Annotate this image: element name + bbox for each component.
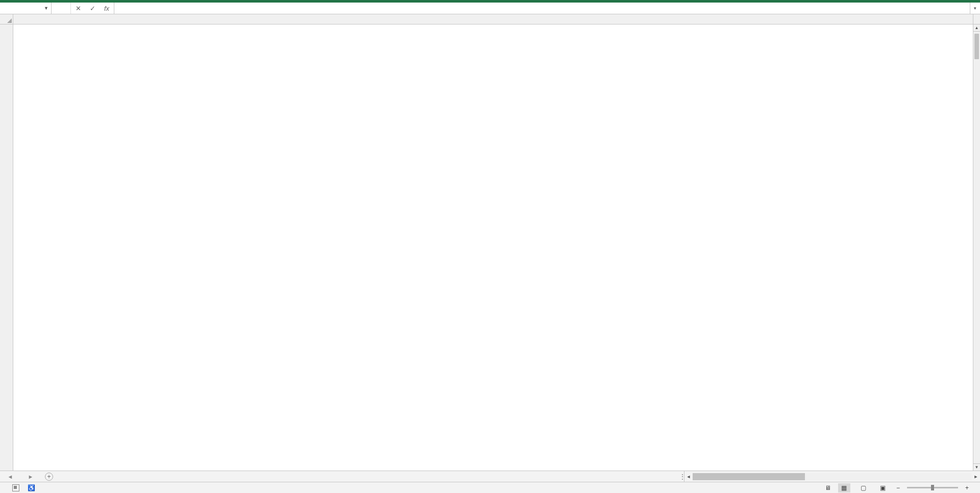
grid-body: ▲ ▼	[0, 24, 980, 471]
horizontal-scrollbar[interactable]: ◄ ►	[684, 471, 980, 482]
formula-input[interactable]	[114, 3, 970, 14]
grid: ▲ ▼	[0, 14, 980, 471]
formula-expand-icon[interactable]: ▾	[970, 3, 980, 14]
view-page-layout-icon[interactable]: ▢	[857, 483, 870, 492]
accessibility-status[interactable]: ♿	[28, 484, 35, 491]
tab-last-icon[interactable]: ►	[28, 474, 34, 480]
vertical-scrollbar[interactable]: ▲ ▼	[973, 24, 980, 471]
display-settings-icon: 🖥	[825, 484, 831, 491]
enter-icon[interactable]: ✓	[87, 5, 97, 12]
tab-nav[interactable]: ◄ ►	[0, 471, 41, 482]
scroll-left-icon[interactable]: ◄	[684, 474, 693, 479]
status-bar: ♿ 🖥 ▦ ▢ ▣ − +	[0, 482, 980, 493]
zoom-in-icon[interactable]: +	[965, 484, 969, 491]
view-page-break-icon[interactable]: ▣	[877, 483, 889, 492]
zoom-out-icon[interactable]: −	[896, 484, 900, 491]
macro-record-icon[interactable]	[12, 484, 19, 491]
scroll-thumb-h[interactable]	[693, 473, 805, 480]
accessibility-icon: ♿	[28, 484, 35, 491]
formula-bar-buttons: ✕ ✓ fx	[71, 3, 114, 14]
display-settings[interactable]: 🖥	[825, 484, 831, 491]
formula-bar-gap	[52, 3, 71, 14]
name-box[interactable]: ▼	[0, 3, 52, 14]
name-box-input[interactable]	[3, 5, 48, 12]
select-all-corner[interactable]	[0, 14, 13, 24]
zoom-slider[interactable]	[907, 487, 958, 488]
cancel-icon[interactable]: ✕	[73, 5, 83, 12]
scroll-thumb-v[interactable]	[974, 34, 979, 59]
scroll-right-icon[interactable]: ►	[972, 474, 980, 479]
row-headers	[0, 24, 13, 471]
column-headers	[0, 14, 980, 24]
cells-area[interactable]	[13, 24, 973, 471]
add-sheet-icon[interactable]: +	[45, 473, 53, 481]
scroll-up-icon[interactable]: ▲	[973, 24, 980, 32]
scroll-column-spacer	[973, 14, 980, 24]
sheet-tab-bar: ◄ ► + ⋮ ◄ ►	[0, 471, 980, 482]
tab-first-icon[interactable]: ◄	[8, 474, 13, 480]
name-box-dropdown-icon[interactable]: ▼	[42, 4, 50, 13]
fx-icon[interactable]: fx	[102, 5, 112, 12]
scroll-down-icon[interactable]: ▼	[973, 463, 980, 471]
formula-bar: ▼ ✕ ✓ fx ▾	[0, 3, 980, 14]
view-normal-icon[interactable]: ▦	[838, 483, 850, 492]
